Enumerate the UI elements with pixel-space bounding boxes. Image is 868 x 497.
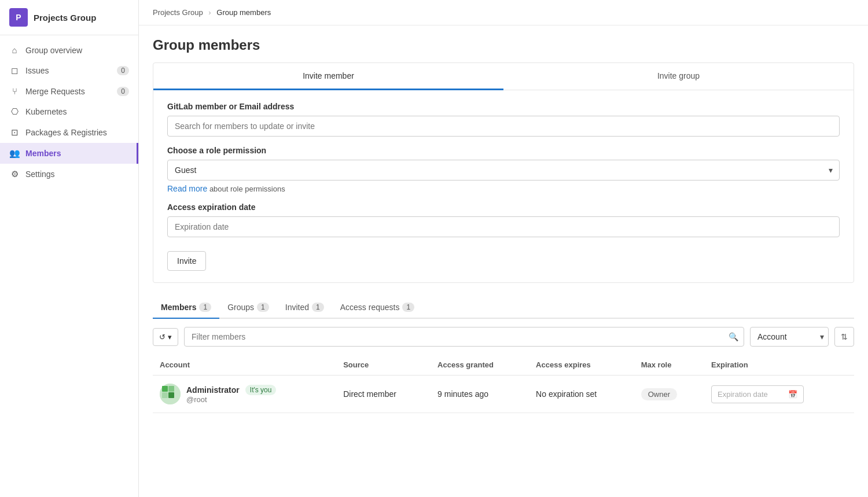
sidebar-header: P Projects Group	[0, 0, 138, 35]
history-chevron-icon: ▾	[168, 333, 172, 341]
member-search-input[interactable]	[167, 116, 840, 137]
member-access-granted-cell: 9 minutes ago	[431, 375, 529, 413]
page-title: Group members	[153, 37, 854, 53]
settings-icon: ⚙	[9, 169, 20, 179]
invite-tabs: Invite memberInvite group	[153, 63, 854, 90]
filter-bar: ↺ ▾ 🔍 Account Name Recent sign-in ▾ ⇅	[153, 327, 854, 347]
member-role-cell: Owner	[634, 375, 704, 413]
invite-tab-invite-member[interactable]: Invite member	[153, 63, 503, 90]
expiration-date-field[interactable]: Expiration date 📅	[711, 385, 804, 403]
members-tab-label: Groups	[227, 303, 254, 312]
members-tab-count: 1	[402, 303, 414, 312]
members-tab-label: Access requests	[340, 303, 400, 312]
members-tab-groups[interactable]: Groups1	[219, 297, 277, 319]
svg-rect-4	[168, 392, 174, 398]
sidebar-item-packages-registries[interactable]: ⊡ Packages & Registries	[0, 122, 138, 143]
sidebar-item-kubernetes[interactable]: ⎔ Kubernetes	[0, 101, 138, 122]
col-access-granted: Access granted	[431, 355, 529, 375]
member-details: Administrator It's you @root	[186, 385, 276, 404]
members-tab-count: 1	[257, 303, 269, 312]
sidebar-item-members[interactable]: 👥 Members	[0, 143, 138, 164]
sidebar-item-label: Settings	[25, 170, 55, 179]
invite-tab-invite-group[interactable]: Invite group	[503, 63, 854, 90]
members-tab-label: Invited	[285, 303, 309, 312]
group-name: Projects Group	[34, 13, 96, 23]
role-select[interactable]: Guest Reporter Developer Maintainer Owne…	[167, 160, 840, 181]
filter-members-input[interactable]	[184, 327, 744, 347]
member-you-badge: It's you	[245, 385, 277, 395]
members-tab-invited[interactable]: Invited1	[277, 297, 332, 319]
member-source-cell: Direct member	[336, 375, 431, 413]
read-more-link[interactable]: Read more	[167, 184, 207, 193]
sidebar-item-badge: 0	[117, 66, 129, 75]
role-hint: Read more about role permissions	[167, 184, 840, 193]
breadcrumb: Projects Group › Group members	[139, 0, 868, 25]
members-tab-access-requests[interactable]: Access requests1	[332, 297, 422, 319]
col-expiration: Expiration	[704, 355, 854, 375]
breadcrumb-current: Group members	[216, 8, 271, 17]
group-avatar: P	[9, 8, 28, 27]
sidebar-item-issues[interactable]: ◻ Issues 0	[0, 60, 138, 81]
member-avatar	[160, 384, 181, 404]
merge-requests-icon: ⑂	[9, 86, 20, 96]
members-tab-count: 1	[199, 303, 211, 312]
member-name: Administrator	[186, 385, 240, 395]
svg-rect-3	[162, 392, 168, 398]
members-tab-label: Members	[161, 303, 196, 312]
invite-card: Invite memberInvite group GitLab member …	[153, 62, 854, 283]
expiration-placeholder: Expiration date	[718, 390, 768, 399]
col-account: Account	[153, 355, 336, 375]
main-content: Projects Group › Group members Group mem…	[139, 0, 868, 497]
table-header: AccountSourceAccess grantedAccess expire…	[153, 355, 854, 375]
history-icon: ↺	[159, 333, 165, 341]
svg-rect-1	[162, 386, 168, 392]
role-badge: Owner	[641, 388, 677, 400]
sidebar-item-label: Group overview	[25, 46, 82, 55]
role-select-wrapper: Guest Reporter Developer Maintainer Owne…	[167, 160, 840, 181]
table-body: Administrator It's you @root Direct memb…	[153, 375, 854, 413]
kubernetes-icon: ⎔	[9, 106, 20, 117]
member-info: Administrator It's you @root	[160, 384, 329, 404]
sidebar-item-label: Issues	[25, 66, 49, 75]
sidebar-item-group-overview[interactable]: ⌂ Group overview	[0, 40, 138, 60]
col-source: Source	[336, 355, 431, 375]
members-table: AccountSourceAccess grantedAccess expire…	[153, 355, 854, 413]
filter-history-button[interactable]: ↺ ▾	[153, 328, 178, 346]
sidebar-nav: ⌂ Group overview ◻ Issues 0 ⑂ Merge Requ…	[0, 35, 138, 189]
sort-direction-button[interactable]: ⇅	[834, 327, 854, 347]
breadcrumb-parent[interactable]: Projects Group	[153, 8, 203, 17]
expiration-label: Access expiration date	[167, 203, 840, 212]
member-account-cell: Administrator It's you @root	[153, 375, 336, 413]
svg-rect-2	[168, 386, 174, 392]
member-field-group: GitLab member or Email address	[167, 102, 840, 137]
account-select-wrapper: Account Name Recent sign-in ▾	[750, 327, 829, 347]
account-sort-select[interactable]: Account Name Recent sign-in	[750, 327, 829, 347]
issues-icon: ◻	[9, 65, 20, 76]
sidebar: P Projects Group ⌂ Group overview ◻ Issu…	[0, 0, 139, 497]
members-section: Members1Groups1Invited1Access requests1 …	[153, 297, 854, 413]
role-field-group: Choose a role permission Guest Reporter …	[167, 146, 840, 193]
sidebar-item-merge-requests[interactable]: ⑂ Merge Requests 0	[0, 81, 138, 101]
member-access-expires-cell: No expiration set	[529, 375, 634, 413]
member-label: GitLab member or Email address	[167, 102, 840, 111]
expiration-date-input[interactable]	[167, 216, 840, 237]
members-icon: 👥	[9, 148, 20, 159]
members-tab-count: 1	[312, 303, 324, 312]
table-row: Administrator It's you @root Direct memb…	[153, 375, 854, 413]
col-access-expires: Access expires	[529, 355, 634, 375]
sidebar-item-badge: 0	[117, 87, 129, 96]
members-tab-members[interactable]: Members1	[153, 297, 219, 319]
breadcrumb-separator: ›	[208, 8, 211, 17]
role-label: Choose a role permission	[167, 146, 840, 155]
sidebar-item-label: Merge Requests	[25, 87, 85, 96]
members-tabs: Members1Groups1Invited1Access requests1	[153, 297, 854, 319]
invite-body: GitLab member or Email address Choose a …	[153, 90, 854, 282]
calendar-icon: 📅	[788, 390, 797, 399]
sidebar-item-settings[interactable]: ⚙ Settings	[0, 164, 138, 185]
member-username: @root	[186, 395, 276, 404]
member-expiration-cell: Expiration date 📅	[704, 375, 854, 413]
sidebar-item-label: Members	[25, 149, 61, 158]
col-max-role: Max role	[634, 355, 704, 375]
search-icon[interactable]: 🔍	[729, 332, 738, 341]
invite-button[interactable]: Invite	[167, 251, 206, 271]
